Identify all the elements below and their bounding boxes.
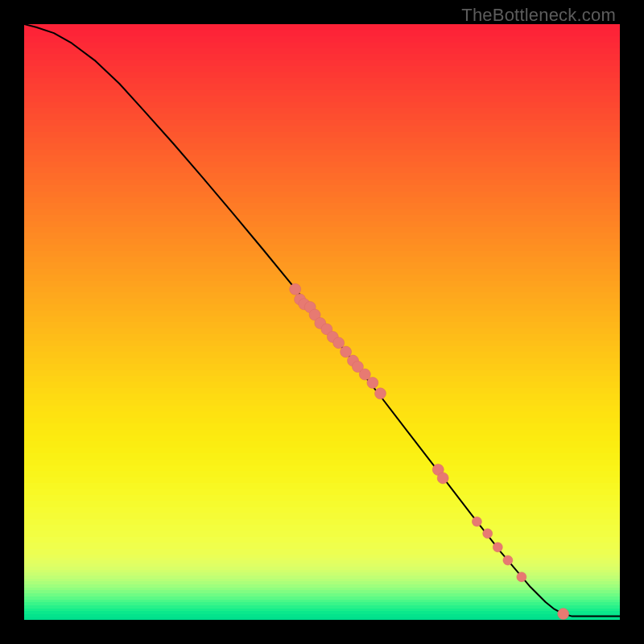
data-point [517,572,526,582]
watermark-text: TheBottleneck.com [461,5,616,26]
data-point [375,388,386,399]
data-point [472,517,481,526]
data-point [341,346,352,357]
data-point [290,283,301,295]
data-point [558,609,569,620]
data-point [367,378,378,389]
data-point [437,473,448,484]
data-point [483,529,493,539]
data-point [333,337,345,349]
data-point [503,555,513,565]
plot-area [24,24,620,620]
chart-svg [24,24,620,620]
chart-frame: TheBottleneck.com [0,0,644,644]
data-point [493,543,502,552]
